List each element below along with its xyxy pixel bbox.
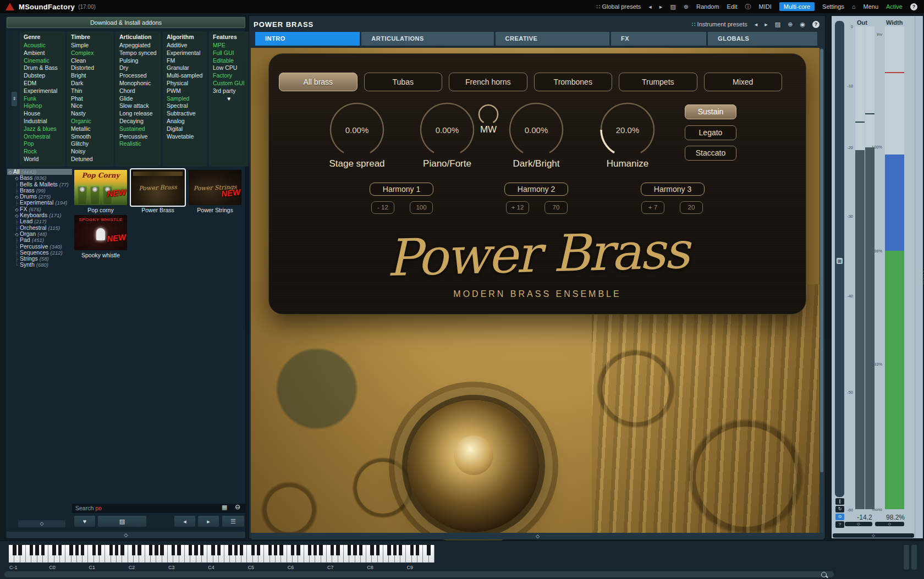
harmony-3-semitones[interactable]: + 7 [641, 201, 664, 214]
black-key-Fs0[interactable] [69, 545, 73, 555]
harmony-2-semitones[interactable]: + 12 [506, 201, 529, 214]
tab-fx[interactable]: FX [611, 32, 706, 46]
black-key-Gs-1[interactable] [35, 545, 38, 555]
midi-button[interactable]: MIDI [759, 3, 772, 10]
filter-percussive[interactable]: Percussive [116, 133, 161, 141]
black-key-Ds2[interactable] [138, 545, 141, 555]
filter-nasty[interactable]: Nasty [67, 110, 113, 118]
filter-factory[interactable]: Factory [209, 72, 249, 80]
magnifier-icon[interactable] [821, 572, 827, 577]
black-key-As2[interactable] [160, 545, 163, 555]
prev-result-button[interactable]: ◂ [174, 515, 196, 527]
preset-image[interactable]: Power Brass [131, 170, 184, 205]
black-key-Fs5[interactable] [268, 545, 272, 555]
black-key-Ds7[interactable] [336, 545, 339, 555]
filter-hiphop[interactable]: Hiphop [20, 102, 65, 110]
black-key-Gs4[interactable] [234, 545, 238, 555]
filter-chord[interactable]: Chord [116, 87, 161, 95]
articulation-sustain[interactable]: Sustain [685, 104, 736, 119]
harmony-button-2[interactable]: Harmony 2 [504, 183, 568, 196]
filter-multi-sampled[interactable]: Multi-sampled [163, 72, 207, 80]
clear-search-icon[interactable]: ⊖ [235, 503, 240, 511]
filter-rock[interactable]: Rock [20, 148, 65, 156]
filter-world[interactable]: World [20, 156, 65, 163]
tab-creative[interactable]: CREATIVE [496, 32, 610, 46]
filter-wavetable[interactable]: Wavetable [163, 133, 207, 141]
filter-house[interactable]: House [20, 110, 65, 118]
keyboard-entry-icon[interactable]: ▦ [222, 504, 227, 511]
filter-editable[interactable]: Editable [209, 57, 249, 65]
harmony-1-amount[interactable]: 100 [410, 201, 433, 214]
black-key-Cs6[interactable] [291, 545, 294, 555]
filter-scrollbar[interactable]: ⇕ [11, 31, 18, 167]
list-view-button[interactable]: ☰ [222, 515, 245, 527]
filter-digital[interactable]: Digital [163, 125, 207, 133]
black-key-Ds8[interactable] [376, 545, 380, 555]
black-key-Fs2[interactable] [149, 545, 152, 555]
black-key-Ds3[interactable] [177, 545, 180, 555]
filter-spectral[interactable]: Spectral [163, 102, 207, 110]
filter-custom-gui[interactable]: Custom GUI [209, 80, 249, 87]
black-key-Gs7[interactable] [353, 545, 356, 555]
black-key-As1[interactable] [120, 545, 124, 555]
articulation-legato[interactable]: Legato [685, 125, 736, 140]
ensemble-tubas[interactable]: Tubas [364, 73, 443, 91]
main-scrollbar[interactable] [820, 48, 824, 533]
filter-long-release[interactable]: Long release [116, 110, 161, 118]
tree-item-synth[interactable]: └Synth(680) [7, 262, 101, 268]
black-key-As3[interactable] [200, 545, 204, 555]
filter-fm[interactable]: FM [163, 57, 207, 65]
black-key-As-1[interactable] [41, 545, 45, 555]
ensemble-french-horns[interactable]: French horns [449, 73, 527, 91]
panel-resize-handle[interactable]: ◇ [833, 533, 914, 538]
eye-icon[interactable]: ◉ [800, 21, 805, 28]
search-input[interactable]: Search po [72, 504, 246, 513]
filter-tempo-synced[interactable]: Tempo synced [116, 49, 161, 57]
width-meter-handle[interactable]: ◇ [875, 522, 904, 526]
preset-thumbnail-power-brass[interactable]: Power BrassPower Brass [131, 170, 184, 213]
black-key-As7[interactable] [359, 545, 362, 555]
filter-cinematic[interactable]: Cinematic [20, 57, 65, 65]
black-key-Cs5[interactable] [251, 545, 255, 555]
black-key-Ds5[interactable] [257, 545, 260, 555]
global-presets-button[interactable]: ∷ Global presets [596, 3, 641, 10]
preset-thumbnail-spooky-whistle[interactable]: SPOOKY WHISTLENEWSpooky whistle [74, 215, 127, 258]
filter-simple[interactable]: Simple [67, 42, 113, 49]
filter-pop[interactable]: Pop [20, 140, 65, 148]
articulation-staccato[interactable]: Staccato [685, 146, 736, 161]
filter-pulsing[interactable]: Pulsing [116, 57, 161, 65]
filter-3rd-party[interactable]: 3rd party [209, 87, 249, 95]
filter-experimental[interactable]: Experimental [163, 49, 207, 57]
black-key-Fs-1[interactable] [30, 545, 33, 555]
filter-physical[interactable]: Physical [163, 80, 207, 87]
filter-nice[interactable]: Nice [67, 102, 113, 110]
filter-pwm[interactable]: PWM [163, 87, 207, 95]
filter-realistic[interactable]: Realistic [116, 140, 161, 148]
filter-arpeggiated[interactable]: Arpeggiated [116, 42, 161, 49]
filter-distorted[interactable]: Distorted [67, 64, 113, 72]
piano-keyboard[interactable] [9, 545, 435, 563]
instrument-presets-button[interactable]: ∷ Instrument presets [692, 21, 747, 28]
black-key-Gs2[interactable] [155, 545, 158, 555]
black-key-Cs0[interactable] [52, 545, 56, 555]
tree-item-all[interactable]: ◇All(4443) [7, 169, 72, 175]
filter-edm[interactable]: EDM [20, 80, 65, 87]
menu-button[interactable]: Menu [864, 3, 879, 10]
keyboard-zoom-strip[interactable] [911, 545, 917, 570]
harmony-1-semitones[interactable]: - 12 [371, 201, 394, 214]
favorite-filter-button[interactable]: ♥ [74, 515, 96, 527]
preset-add-icon[interactable]: ⊕ [684, 3, 689, 10]
filter-sampled[interactable]: Sampled [163, 95, 207, 103]
preset-thumbnail-power-strings[interactable]: Power StringsNEWPower Strings [189, 170, 241, 213]
black-key-Gs5[interactable] [274, 545, 277, 555]
tab-globals[interactable]: GLOBALS [708, 32, 817, 46]
black-key-Fs4[interactable] [228, 545, 232, 555]
black-key-Fs3[interactable] [189, 545, 192, 555]
tab-articulations[interactable]: ARTICULATIONS [361, 32, 493, 46]
prev-instrument-preset-icon[interactable]: ◂ [755, 21, 758, 28]
black-key-As0[interactable] [81, 545, 84, 555]
filter-orchestral[interactable]: Orchestral [20, 133, 65, 141]
filter-detuned[interactable]: Detuned [67, 156, 113, 163]
knob-piano-forte[interactable]: 0.00% [419, 101, 476, 158]
preset-image-icon[interactable]: ▨ [670, 3, 675, 10]
